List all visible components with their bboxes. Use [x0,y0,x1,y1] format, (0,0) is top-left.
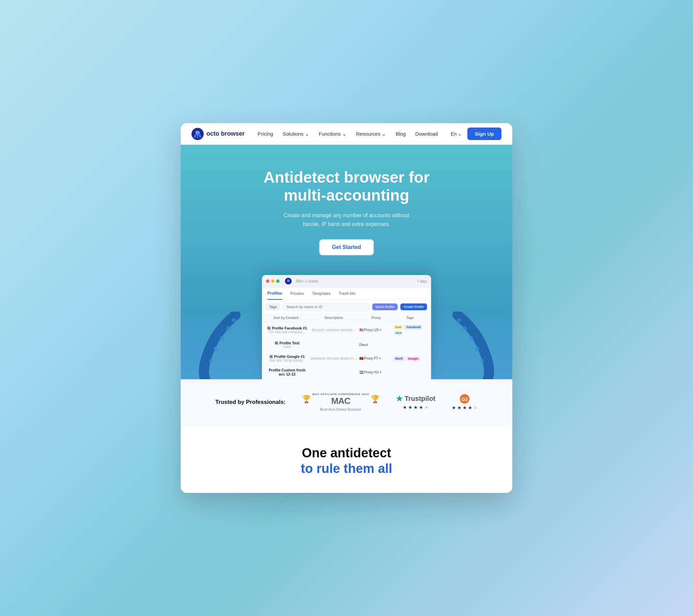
hero-section: Antidetect browser for multi-accounting … [181,145,512,379]
trusted-section: Trusted by Professionals: 🏆 MAC AFFILIAT… [181,379,512,425]
trusted-label: Trusted by Professionals: [215,399,285,405]
window-controls [266,279,279,283]
bottom-title-line2: to rule them all [301,461,392,476]
app-profile-count: 350 • 2 online [296,279,318,283]
tentacle-right-icon [451,312,505,379]
logo-icon [192,128,204,140]
nav-item-resources[interactable]: Resources ⌄ [356,131,386,137]
tab-trash-bin[interactable]: Trash bin [339,288,356,299]
tentacle-left-icon [188,312,242,379]
create-profile-button[interactable]: Create Profile [400,303,427,310]
svg-point-11 [469,336,473,341]
nav-item-download[interactable]: Download [415,131,438,137]
tag-usa: USA [393,331,404,335]
language-selector[interactable]: En ⌄ [451,131,462,137]
browser-window: octo browser Pricing Solutions ⌄ Functio… [181,123,512,493]
svg-point-5 [226,326,231,331]
maximize-dot [276,279,279,283]
svg-point-13 [480,359,484,363]
col-tags: Tags [393,316,427,320]
col-proxy: Proxy [359,316,393,320]
award-text: Best Anti-Detect Browser [320,407,361,411]
svg-point-3 [198,132,199,133]
hero-title: Antidetect browser for multi-accounting [245,168,448,204]
table-row[interactable]: IE Profile Test none Direct [262,338,431,352]
get-started-button[interactable]: Get Started [319,239,374,255]
svg-point-4 [232,318,236,322]
tags-label: Tags [266,303,280,310]
nav-item-solutions[interactable]: Solutions ⌄ [282,131,309,137]
tag-new: New [393,325,404,330]
g2-icon: G2 [460,394,469,403]
trustpilot-stars: ★ ★ ★ ★ ★ [403,404,429,410]
svg-point-10 [462,326,467,331]
table-header: Sort by Created ↓ Description Proxy Tags [262,314,431,322]
svg-point-1 [195,131,200,135]
nav-links: Pricing Solutions ⌄ Functions ⌄ Resource… [258,131,438,137]
minimize-dot [271,279,274,283]
svg-point-6 [220,336,224,341]
table-row[interactable]: Profile Custom fresh acc 12-12 🇭🇺 Proxy … [262,365,431,379]
table-row[interactable]: IE Profile Google #1 Run ads, bring mone… [262,352,431,365]
tab-profiles[interactable]: Profiles [267,287,282,300]
mac-award-icon: 🏆 MAC AFFILIATE CONFERENCE 2024 MAC 🏆 [302,393,380,405]
logo[interactable]: octo browser [192,128,245,140]
mac-award: 🏆 MAC AFFILIATE CONFERENCE 2024 MAC 🏆 Be… [302,393,380,411]
svg-point-2 [196,132,197,133]
profile-search-input[interactable] [282,303,370,311]
app-logo-icon [285,278,292,284]
app-preview-container: 350 • 2 online 7 days Profiles Proxies T… [192,275,501,379]
col-name: Sort by Created ↓ [266,316,308,320]
app-titlebar: 350 • 2 online 7 days [262,275,431,287]
tag-work: Work [393,356,405,361]
navbar: octo browser Pricing Solutions ⌄ Functio… [181,123,512,145]
logo-text: octo browser [206,130,245,137]
nav-right: En ⌄ Sign Up [451,127,501,140]
svg-text:G2: G2 [461,396,468,402]
app-window: 350 • 2 online 7 days Profiles Proxies T… [262,275,431,379]
col-description: Description [308,316,359,320]
tag-google: Google [406,356,420,361]
app-tabs: Profiles Proxies Templates Trash bin [262,287,431,300]
svg-point-8 [209,359,213,363]
bottom-section: One antidetect to rule them all [181,425,512,493]
signup-button[interactable]: Sign Up [467,127,501,140]
trustpilot-rating: ★ Trustpilot ★ ★ ★ ★ ★ [396,394,435,410]
hero-subtitle: Create and manage any number of accounts… [275,211,418,228]
table-row[interactable]: IE Profile Facebook #1 For new ads compa… [262,322,431,338]
g2-rating: G2 ★ ★ ★ ★ ★ [452,394,478,410]
nav-item-functions[interactable]: Functions ⌄ [319,131,346,137]
svg-point-16 [288,280,288,281]
close-dot [266,279,269,283]
app-toolbar: Tags Quick Profile Create Profile [262,300,431,314]
svg-point-15 [287,279,290,282]
svg-point-12 [475,346,479,351]
bottom-title: One antidetect to rule them all [192,445,501,476]
tab-templates[interactable]: Templates [312,288,331,299]
svg-point-9 [457,318,461,322]
quick-profile-button[interactable]: Quick Profile [372,303,398,310]
svg-point-7 [214,346,218,351]
g2-stars: ★ ★ ★ ★ ★ [452,405,478,410]
app-days-label: 7 days [417,279,427,283]
nav-item-blog[interactable]: Blog [396,131,406,137]
nav-item-pricing[interactable]: Pricing [258,131,273,137]
svg-point-17 [289,280,289,281]
tag-facebook: Facebook [404,325,423,330]
tab-proxies[interactable]: Proxies [290,288,304,299]
